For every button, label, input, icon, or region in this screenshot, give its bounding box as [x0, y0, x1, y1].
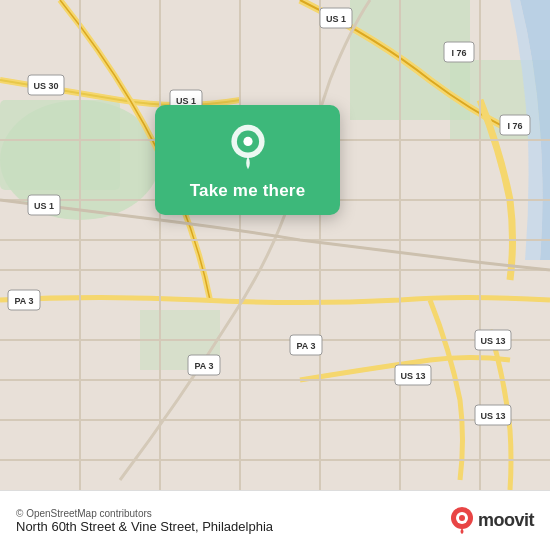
moovit-logo: moovit: [450, 507, 534, 535]
location-label: North 60th Street & Vine Street, Philade…: [16, 519, 273, 534]
svg-text:I 76: I 76: [451, 48, 466, 58]
svg-text:I 76: I 76: [507, 121, 522, 131]
map-container: US 1 US 1 US 30 I 76 I 76 PA 3 PA 3 PA 3…: [0, 0, 550, 490]
location-pin-icon: [224, 123, 272, 171]
bottom-content: © OpenStreetMap contributors North 60th …: [16, 508, 273, 534]
svg-text:US 13: US 13: [480, 411, 505, 421]
svg-text:US 1: US 1: [326, 14, 346, 24]
svg-text:US 13: US 13: [480, 336, 505, 346]
bottom-bar: © OpenStreetMap contributors North 60th …: [0, 490, 550, 550]
svg-text:US 30: US 30: [33, 81, 58, 91]
svg-rect-2: [0, 100, 120, 190]
svg-text:PA 3: PA 3: [296, 341, 315, 351]
svg-text:PA 3: PA 3: [194, 361, 213, 371]
svg-point-48: [243, 137, 252, 146]
svg-point-51: [459, 515, 465, 521]
svg-text:US 13: US 13: [400, 371, 425, 381]
popup-card[interactable]: Take me there: [155, 105, 340, 215]
moovit-brand-text: moovit: [478, 510, 534, 531]
take-me-there-button[interactable]: Take me there: [190, 181, 306, 201]
map-attribution: © OpenStreetMap contributors: [16, 508, 152, 519]
map-svg: US 1 US 1 US 30 I 76 I 76 PA 3 PA 3 PA 3…: [0, 0, 550, 490]
moovit-pin-icon: [450, 507, 474, 535]
svg-text:US 1: US 1: [34, 201, 54, 211]
svg-text:PA 3: PA 3: [14, 296, 33, 306]
